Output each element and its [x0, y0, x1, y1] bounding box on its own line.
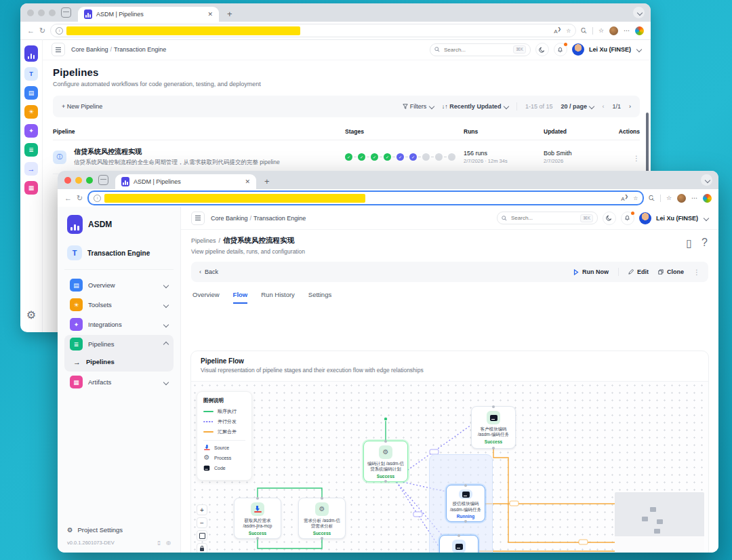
user-avatar[interactable] — [639, 212, 651, 224]
sidebar-item-overview[interactable]: ▤ Overview — [64, 276, 174, 294]
breadcrumb[interactable]: Core Banking/Transaction Engine — [71, 46, 166, 53]
back-button[interactable]: ‹ Back — [199, 268, 218, 275]
favorites-star-icon[interactable]: ☆ — [566, 28, 571, 34]
workspaces-icon[interactable] — [61, 7, 71, 18]
flow-node-analyze[interactable]: ⚙ 需求分析 /asdm-信贷需求分析 Success — [298, 498, 346, 539]
browser-tab[interactable]: ASDM | Pipelines ✕ — [78, 7, 219, 22]
asdm-logo[interactable] — [24, 45, 38, 62]
window-controls[interactable] — [27, 9, 56, 16]
zoom-out-icon[interactable]: − — [197, 517, 207, 528]
close-window-button[interactable] — [64, 177, 71, 184]
hamburger-icon[interactable] — [52, 43, 65, 56]
close-tab-icon[interactable]: ✕ — [207, 11, 213, 18]
lock-icon[interactable] — [197, 543, 207, 553]
rail-artifacts-icon[interactable]: ▦ — [24, 181, 38, 195]
sidebar-item-pipelines[interactable]: ≣ Pipelines — [64, 335, 174, 353]
rail-overview-icon[interactable]: ▤ — [24, 86, 38, 100]
zoom-in-icon[interactable]: + — [197, 504, 207, 515]
prev-page-button[interactable]: ‹ — [602, 103, 604, 110]
user-avatar[interactable] — [572, 43, 584, 56]
minimize-window-button[interactable] — [75, 177, 82, 184]
pipeline-title[interactable]: 信贷系统风控流程实现 — [74, 147, 345, 157]
help-icon[interactable]: ? — [702, 237, 708, 249]
back-icon[interactable]: ← — [64, 195, 72, 202]
pin-icon[interactable]: ◎ — [166, 540, 171, 546]
clone-button[interactable]: Clone — [658, 268, 684, 275]
address-bar[interactable]: i A❯ ☆ — [87, 191, 644, 205]
browser-essentials-icon[interactable]: Ꮹ — [649, 195, 655, 202]
dark-mode-moon-icon[interactable] — [603, 212, 616, 225]
reload-icon[interactable]: ↻ — [77, 195, 83, 202]
notifications-bell-icon[interactable] — [554, 43, 567, 56]
back-icon[interactable]: ← — [27, 27, 35, 35]
kebab-icon[interactable]: ⋮ — [633, 155, 640, 162]
project-settings-link[interactable]: ⚙ Project Settings — [64, 526, 174, 534]
kebab-icon[interactable]: ⋮ — [693, 268, 700, 276]
reload-icon[interactable]: ↻ — [39, 27, 45, 35]
flow-node-approval[interactable]: 审批模块编码 — [439, 535, 479, 553]
next-page-button[interactable]: › — [629, 103, 631, 110]
new-tab-button[interactable]: + — [264, 176, 270, 186]
breadcrumb-pipelines[interactable]: Pipelines — [191, 237, 216, 244]
tab-list-chevron-icon[interactable] — [701, 174, 712, 186]
project-avatar[interactable]: T — [24, 67, 38, 81]
search-input[interactable]: ⌘K — [430, 43, 531, 56]
user-menu[interactable]: Lei Xu (FINSE) — [656, 215, 698, 222]
doc-icon[interactable]: ▯ — [158, 540, 161, 546]
sidebar-item-integrations[interactable]: ✦ Integrations — [64, 315, 174, 334]
close-tab-icon[interactable]: ✕ — [245, 178, 250, 185]
tab-settings[interactable]: Settings — [308, 291, 331, 304]
sort-dropdown[interactable]: ↓↑ Recently Updated — [442, 103, 508, 110]
edit-button[interactable]: Edit — [628, 268, 649, 275]
favorites-star-icon[interactable]: ☆ — [633, 195, 638, 201]
workspaces-icon[interactable] — [98, 175, 108, 185]
window-controls[interactable] — [64, 177, 93, 184]
run-now-button[interactable]: Run Now — [573, 268, 609, 275]
address-bar[interactable]: i A❯ ☆ — [50, 24, 576, 37]
profile-avatar[interactable] — [677, 194, 686, 203]
page-size-dropdown[interactable]: 20 / page — [561, 103, 594, 110]
browser-essentials-icon[interactable]: Ꮹ — [581, 27, 587, 35]
flow-node-fetch[interactable]: 获取风控需求/asdm-jira-mcp Success — [234, 498, 281, 539]
rail-integrations-icon[interactable]: ✦ — [24, 124, 38, 138]
tab-flow[interactable]: Flow — [233, 291, 248, 304]
ellipsis-icon[interactable]: ⋯ — [624, 27, 630, 34]
rail-pipelines-active-icon[interactable]: → — [24, 162, 38, 176]
maximize-window-button[interactable] — [49, 9, 56, 16]
rail-settings-gear-icon[interactable]: ⚙ — [26, 308, 36, 321]
notifications-bell-icon[interactable] — [621, 212, 634, 225]
favorites-bar-icon[interactable]: ☆ — [666, 195, 672, 201]
flow-minimap[interactable] — [615, 492, 704, 553]
close-window-button[interactable] — [27, 9, 34, 16]
tab-run-history[interactable]: Run History — [261, 291, 295, 304]
filters-dropdown[interactable]: Filters — [403, 103, 434, 110]
breadcrumb[interactable]: Core Banking/Transaction Engine — [211, 215, 306, 222]
browser-tab[interactable]: ASDM | Pipelines ✕ — [115, 174, 256, 189]
tab-overview[interactable]: Overview — [192, 291, 220, 304]
site-info-icon[interactable]: i — [94, 195, 101, 202]
scrollbar[interactable] — [646, 113, 649, 172]
doc-icon[interactable]: ▯ — [686, 237, 692, 249]
user-menu[interactable]: Lei Xu (FINSE) — [589, 46, 631, 53]
rail-pipelines-icon[interactable]: ≣ — [24, 143, 38, 157]
flow-node-plan[interactable]: ⚙ 编码计划 /asdm-信贷系统编码计划 Success — [363, 441, 408, 482]
minimize-window-button[interactable] — [38, 9, 45, 16]
table-row[interactable]: ⓘ 信贷系统风控流程实现 信贷系统风险控制流程的全生命周期管理，从需求获取到代码… — [53, 140, 640, 174]
copilot-icon[interactable] — [703, 194, 712, 203]
read-aloud-icon[interactable]: A❯ — [554, 26, 561, 35]
favorites-bar-icon[interactable]: ☆ — [598, 27, 604, 34]
project-selector[interactable]: T Transaction Engine — [64, 245, 174, 260]
new-pipeline-button[interactable]: + New Pipeline — [62, 103, 102, 110]
ellipsis-icon[interactable]: ⋯ — [691, 195, 697, 201]
read-aloud-icon[interactable]: A❯ — [621, 194, 628, 202]
sidebar-item-artifacts[interactable]: ▦ Artifacts — [64, 373, 174, 391]
maximize-window-button[interactable] — [86, 177, 93, 184]
site-info-icon[interactable]: i — [56, 27, 63, 35]
new-tab-button[interactable]: + — [227, 9, 232, 19]
flow-canvas[interactable]: 图例说明 顺序执行 并行分发 汇聚合并 Source ⚙Process Code… — [191, 381, 708, 553]
sidebar-subitem-pipelines[interactable]: → Pipelines — [64, 353, 174, 370]
copilot-icon[interactable] — [635, 26, 644, 35]
flow-node-customer[interactable]: 客户模块编码/asdm-编码任务 Success — [471, 406, 516, 449]
rail-toolsets-icon[interactable]: ☀ — [24, 105, 38, 119]
dark-mode-moon-icon[interactable] — [535, 43, 549, 56]
